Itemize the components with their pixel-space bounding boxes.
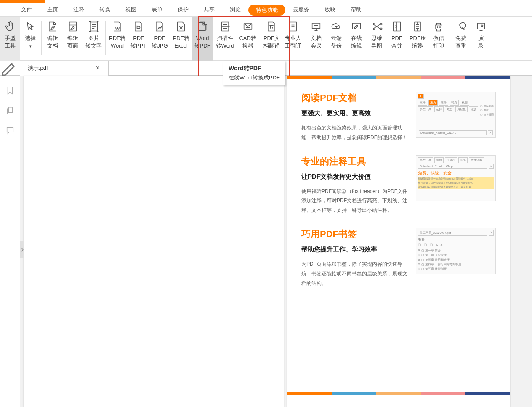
select-icon (24, 20, 37, 33)
ribbon-label: 编辑文档 (47, 34, 58, 50)
edit-page-icon (66, 20, 79, 33)
menubar: 文件主页注释转换视图表单保护共享浏览特色功能云服务放映帮助 (0, 3, 532, 17)
ribbon-translate-pro[interactable]: 专业人工翻译 (282, 17, 304, 61)
ribbon-edit-doc[interactable]: 编辑文档 (43, 17, 63, 61)
pages-icon[interactable] (5, 106, 15, 115)
separator (305, 21, 305, 55)
ribbon-label: PDF转Excel (173, 34, 189, 50)
compress-icon (411, 20, 424, 33)
menu-文件[interactable]: 文件 (13, 3, 40, 17)
section-subtitle: 让PDF文档发挥更大价值 (301, 173, 409, 181)
leftgutter[interactable] (0, 61, 20, 76)
separator (41, 21, 42, 55)
ribbon-wechat-print[interactable]: 微信打印 (428, 17, 449, 61)
doc-section-1: 专业的注释工具让PDF文档发挥更大价值使用福昕PDF阅读器（foxit read… (287, 143, 510, 215)
menu-视图[interactable]: 视图 (118, 3, 144, 17)
menu-云服务[interactable]: 云服务 (285, 3, 317, 17)
ribbon-online-edit[interactable]: 在线编辑 (346, 17, 367, 61)
ribbon-label: CAD转换器 (239, 34, 256, 50)
ribbon-scan-word[interactable]: 扫描件转Word (213, 17, 237, 61)
workspace: 阅读PDF文档更强大、更实用、更高效拥有出色的文档渲染效果，强大的页面管理功能，… (0, 76, 532, 407)
top-color-band (287, 76, 510, 79)
ribbon-word-pdf[interactable]: Word转PDF (192, 17, 213, 61)
pencil-icon (0, 58, 20, 78)
close-icon[interactable]: × (96, 64, 100, 72)
ribbon-record[interactable]: 演录 (471, 17, 491, 61)
menu-注释[interactable]: 注释 (66, 3, 92, 17)
section-title: 巧用PDF书签 (301, 228, 409, 240)
mindmap-icon (370, 20, 383, 33)
ribbon-translate-doc[interactable]: PDF文档翻译 (261, 17, 282, 61)
ribbon-label: 在线编辑 (351, 34, 362, 50)
word-pdf-icon (196, 20, 209, 33)
translate-doc-icon (265, 20, 278, 33)
translate-pro-icon (287, 20, 299, 33)
bookmark-icon[interactable] (5, 86, 15, 95)
menu-特色功能[interactable]: 特色功能 (248, 5, 285, 16)
ribbon-label: 微信打印 (433, 34, 444, 50)
page-left (24, 76, 284, 407)
dupcheck-icon (455, 20, 467, 33)
bottom-color-band (287, 392, 510, 395)
ribbon-pdf-jpg[interactable]: PDF转JPG (149, 17, 170, 61)
ribbon-label: 手型工具 (5, 34, 16, 50)
ribbon-edit-page[interactable]: 编辑页面 (63, 17, 83, 61)
expand-handle[interactable] (20, 241, 24, 258)
section-subtitle: 更强大、更实用、更高效 (301, 109, 409, 117)
menu-表单[interactable]: 表单 (144, 3, 170, 17)
ribbon-dupcheck[interactable]: 免费查重 (451, 17, 471, 61)
menu-共享[interactable]: 共享 (196, 3, 222, 17)
menu-转换[interactable]: 转换 (92, 3, 118, 17)
ribbon-label: 专业人工翻译 (285, 34, 301, 50)
ocr-icon (88, 20, 100, 33)
ribbon-label: 免费查重 (455, 34, 466, 50)
scan-word-icon (219, 20, 231, 33)
ribbon-hand[interactable]: 手型工具 (0, 17, 20, 61)
tab-name: 演示.pdf (28, 64, 48, 72)
menu-放映[interactable]: 放映 (317, 3, 343, 17)
ribbon-pdf-word[interactable]: PDF转Word (106, 17, 128, 61)
ribbon-pdf-excel[interactable]: PDF转Excel (170, 17, 192, 61)
edit-doc-icon (46, 20, 59, 33)
ribbon-label: 图片转文字 (85, 34, 102, 50)
menu-浏览[interactable]: 浏览 (222, 3, 248, 17)
doc-section-0: 阅读PDF文档更强大、更实用、更高效拥有出色的文档渲染效果，强大的页面管理功能，… (287, 79, 510, 143)
section-title: 阅读PDF文档 (301, 92, 409, 104)
page-right: 阅读PDF文档更强大、更实用、更高效拥有出色的文档渲染效果，强大的页面管理功能，… (287, 76, 510, 407)
ribbon-label: 文档会议 (311, 34, 322, 50)
meeting-icon (310, 20, 322, 33)
document-tab[interactable]: 演示.pdf × (20, 61, 109, 76)
menu-保护[interactable]: 保护 (170, 3, 196, 17)
ribbon-pdf-ppt[interactable]: PDF转PPT (128, 17, 149, 61)
cloud-icon (330, 20, 343, 33)
ribbon-label: 云端备份 (331, 34, 342, 50)
ribbon-label: PDF转Word (109, 34, 125, 50)
section-body: 使用福昕PDF阅读器（foxit reader）为PDF文件添加注释，可对PDF… (301, 187, 409, 215)
menu-帮助[interactable]: 帮助 (343, 3, 369, 17)
section-thumb: 手型工具缩放打字机高亮文件转换Datasheet_Reader_CN.p...×… (416, 155, 496, 201)
cad-icon (242, 20, 254, 33)
ribbon-cloud[interactable]: 云端备份 (326, 17, 346, 61)
ribbon-compress[interactable]: PDF压缩器 (407, 17, 428, 61)
ribbon-meeting[interactable]: 文档会议 (306, 17, 326, 61)
ribbon-mindmap[interactable]: 思维导图 (367, 17, 387, 61)
sidetools (0, 76, 20, 407)
ribbon-label: PDF压缩器 (410, 34, 426, 50)
ribbon-select[interactable]: 选择▾ (20, 17, 40, 61)
ribbon-merge[interactable]: PDF合并 (387, 17, 407, 61)
ribbon-ocr[interactable]: 图片转文字 (83, 17, 104, 61)
pdf-word-icon (111, 20, 124, 33)
ribbon-label: PDF转PPT (130, 34, 146, 50)
menu-主页[interactable]: 主页 (40, 3, 66, 17)
comment-icon[interactable] (5, 126, 15, 135)
canvas[interactable]: 阅读PDF文档更强大、更实用、更高效拥有出色的文档渲染效果，强大的页面管理功能，… (20, 76, 532, 407)
chevron-down-icon: ▾ (29, 44, 32, 48)
wechat-print-icon (432, 20, 445, 33)
ribbon-label: PDF转JPG (152, 34, 168, 50)
section-thumb: 员工手册_20120917.pdf×书签▢▢▢AA⊞ ▢ 第一章 简介⊞ ▢ 第… (416, 228, 496, 274)
ribbon-label: 思维导图 (371, 34, 382, 50)
ribbon-cad[interactable]: CAD转换器 (237, 17, 258, 61)
ribbon-label: PDF文档翻译 (263, 34, 280, 50)
separator (450, 21, 450, 55)
tooltip-desc: 在线Word转换成PDF (229, 74, 280, 82)
